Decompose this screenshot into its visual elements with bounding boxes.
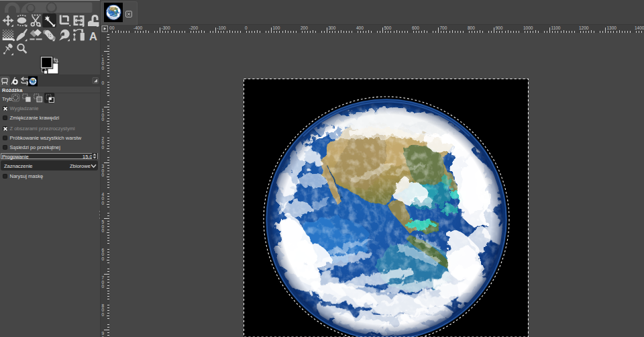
svg-text:-100: -100 bbox=[217, 26, 226, 30]
svg-text:1100: 1100 bbox=[551, 26, 561, 30]
svg-text:0: 0 bbox=[102, 117, 105, 122]
svg-text:0: 0 bbox=[102, 173, 105, 177]
svg-text:900: 900 bbox=[496, 26, 503, 30]
svg-text:0: 0 bbox=[102, 66, 105, 70]
svg-text:0: 0 bbox=[102, 201, 105, 205]
svg-text:-400: -400 bbox=[133, 26, 142, 30]
svg-text:-300: -300 bbox=[162, 26, 170, 30]
svg-text:1200: 1200 bbox=[579, 26, 589, 30]
svg-text:500: 500 bbox=[384, 26, 392, 30]
svg-text:-500: -500 bbox=[109, 26, 115, 30]
svg-text:0: 0 bbox=[102, 145, 105, 150]
svg-text:800: 800 bbox=[468, 26, 475, 30]
svg-text:-200: -200 bbox=[189, 26, 198, 30]
svg-text:1000: 1000 bbox=[523, 26, 533, 30]
svg-text:200: 200 bbox=[301, 26, 308, 30]
svg-text:0: 0 bbox=[102, 81, 105, 85]
svg-text:0: 0 bbox=[102, 284, 105, 289]
svg-text:A: A bbox=[89, 30, 97, 42]
svg-text:300: 300 bbox=[329, 26, 336, 30]
svg-text:400: 400 bbox=[356, 26, 364, 30]
svg-text:0: 0 bbox=[102, 312, 105, 317]
svg-text:0: 0 bbox=[245, 26, 248, 30]
svg-text:0: 0 bbox=[102, 228, 105, 233]
svg-text:1400: 1400 bbox=[635, 26, 644, 30]
svg-text:0: 0 bbox=[102, 256, 105, 261]
svg-text:700: 700 bbox=[440, 26, 447, 30]
svg-text:100: 100 bbox=[273, 26, 280, 30]
svg-text:600: 600 bbox=[412, 26, 419, 30]
svg-text:1300: 1300 bbox=[607, 26, 617, 30]
